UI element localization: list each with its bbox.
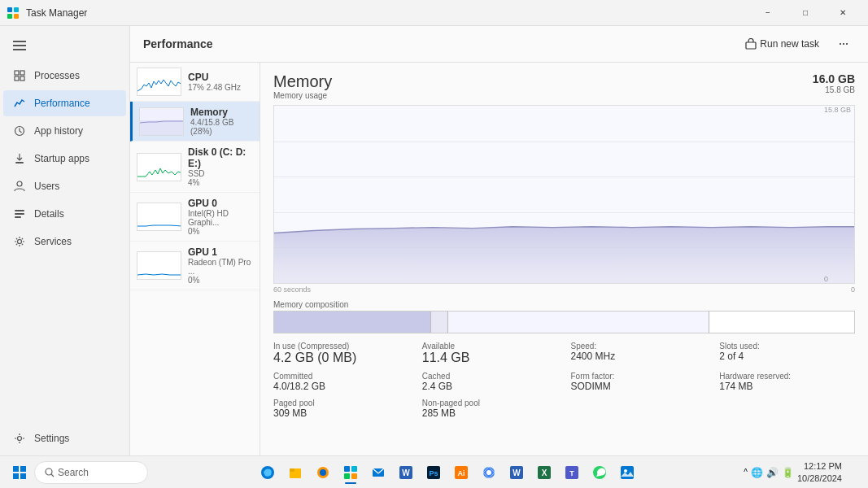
- stats-grid: In use (Compressed) 4.2 GB (0 MB) Availa…: [273, 342, 855, 419]
- search-bar[interactable]: Search: [34, 461, 148, 484]
- svg-rect-0: [7, 7, 12, 12]
- taskbar-app-chrome[interactable]: [476, 460, 502, 486]
- speed-label: Speed:: [571, 342, 707, 351]
- sidebar-item-details[interactable]: Details: [3, 201, 126, 227]
- svg-rect-5: [13, 45, 26, 46]
- detail-title: Memory: [273, 72, 332, 91]
- apphistory-icon: [13, 124, 26, 137]
- close-button[interactable]: ✕: [824, 0, 861, 26]
- taskbar-app-whatsapp[interactable]: [587, 460, 613, 486]
- svg-rect-33: [344, 466, 350, 472]
- gpu0-sub: Intel(R) HD Graphi...: [188, 209, 253, 227]
- sidebar-item-users[interactable]: Users: [3, 173, 126, 199]
- settings-icon: [13, 432, 26, 445]
- services-icon: [13, 235, 26, 248]
- sidebar-item-processes[interactable]: Processes: [3, 63, 126, 89]
- sidebar-item-app-history[interactable]: App history: [3, 118, 126, 144]
- svg-rect-23: [20, 466, 26, 472]
- run-task-label: Run new task: [760, 38, 819, 50]
- svg-rect-20: [140, 120, 184, 136]
- tray-arrow[interactable]: ^: [744, 468, 748, 477]
- perf-list-item-gpu1[interactable]: GPU 1 Radeon (TM) Pro ... 0%: [130, 242, 260, 290]
- svg-rect-34: [351, 466, 357, 472]
- svg-rect-19: [746, 42, 756, 49]
- menu-toggle-button[interactable]: [3, 33, 36, 59]
- disk-sub: SSD: [188, 169, 253, 178]
- volume-icon[interactable]: 🔊: [766, 467, 779, 478]
- sidebar-startup-label: Startup apps: [34, 153, 89, 164]
- svg-rect-6: [13, 49, 26, 50]
- taskbar-app-ps[interactable]: Ps: [421, 460, 447, 486]
- gpu0-thumb: [137, 203, 181, 231]
- svg-text:W: W: [402, 468, 410, 477]
- taskbar-app-word2[interactable]: W: [504, 460, 530, 486]
- detail-size-block: 16.0 GB 15.8 GB: [813, 72, 855, 94]
- header-actions: Run new task ⋯: [739, 33, 855, 55]
- sidebar-item-services[interactable]: Services: [3, 229, 126, 255]
- sidebar-item-startup[interactable]: Startup apps: [3, 146, 126, 172]
- perf-list-item-disk[interactable]: Disk 0 (C: D: E:) SSD 4%: [130, 142, 260, 193]
- perf-list-item-memory[interactable]: Memory 4.4/15.8 GB (28%): [130, 102, 260, 142]
- svg-rect-53: [621, 466, 634, 479]
- perf-list-item-gpu0[interactable]: GPU 0 Intel(R) HD Graphi... 0%: [130, 193, 260, 242]
- taskbar-clock[interactable]: 12:12 PM 10/28/2024: [797, 460, 842, 484]
- taskbar-app-taskmanager[interactable]: [338, 460, 364, 486]
- svg-point-13: [17, 181, 22, 186]
- taskbar-app-ai[interactable]: Ai: [448, 460, 474, 486]
- perf-list-item-cpu[interactable]: CPU 17% 2.48 GHz: [130, 63, 260, 102]
- minimize-button[interactable]: −: [749, 0, 787, 26]
- content-header: Performance Run new task ⋯: [130, 26, 868, 63]
- stat-cached: Cached 2.4 GB: [422, 372, 558, 392]
- comp-inuse: [274, 312, 431, 333]
- sidebar-item-performance[interactable]: Performance: [3, 90, 126, 116]
- memory-chart: 15.8 GB 0: [273, 105, 855, 284]
- sidebar-item-settings[interactable]: Settings: [3, 425, 126, 451]
- svg-text:T: T: [569, 469, 574, 477]
- form-label: Form factor:: [571, 372, 707, 381]
- stat-non-paged: Non-paged pool 285 MB: [422, 399, 558, 419]
- hw-reserved-label: Hardware reserved:: [719, 372, 855, 381]
- cpu-info: CPU 17% 2.48 GHz: [188, 72, 253, 92]
- slots-value: 2 of 4: [719, 351, 855, 362]
- cached-value: 2.4 GB: [422, 381, 558, 392]
- cpu-thumb: [137, 68, 181, 96]
- svg-text:Ps: Ps: [430, 469, 438, 477]
- committed-label: Committed: [273, 372, 409, 381]
- titlebar-left: Task Manager: [7, 7, 87, 20]
- taskbar-right: ^ 🌐 🔊 🔋 12:12 PM 10/28/2024: [744, 460, 861, 484]
- notification-button[interactable]: [845, 464, 861, 481]
- startup-icon: [13, 152, 26, 165]
- taskbar-app-word[interactable]: W: [393, 460, 419, 486]
- taskbar-app-explorer[interactable]: [282, 460, 308, 486]
- in-use-label: 15.8 GB: [813, 85, 855, 94]
- search-placeholder: Search: [58, 467, 89, 478]
- detail-title-block: Memory Memory usage: [273, 72, 332, 102]
- comp-free: [709, 312, 854, 333]
- taskbar-app-edge[interactable]: [255, 460, 281, 486]
- in-use-stat-label: In use (Compressed): [273, 342, 409, 351]
- battery-icon: 🔋: [782, 467, 794, 478]
- gpu1-sub: Radeon (TM) Pro ...: [188, 258, 253, 276]
- svg-point-54: [624, 469, 627, 473]
- gpu1-thumb: [137, 251, 181, 280]
- slots-label: Slots used:: [719, 342, 855, 351]
- more-options-button[interactable]: ⋯: [832, 33, 855, 55]
- run-new-task-button[interactable]: Run new task: [739, 35, 826, 53]
- disk-info: Disk 0 (C: D: E:) SSD 4%: [188, 146, 253, 187]
- svg-rect-12: [15, 162, 24, 163]
- maximize-button[interactable]: □: [787, 0, 824, 26]
- stat-in-use: In use (Compressed) 4.2 GB (0 MB): [273, 342, 409, 365]
- start-button[interactable]: [7, 460, 33, 486]
- taskbar-app-firefox[interactable]: [310, 460, 336, 486]
- usage-label: Memory usage: [273, 91, 332, 100]
- form-value: SODIMM: [571, 381, 707, 392]
- cached-label: Cached: [422, 372, 558, 381]
- titlebar-title: Task Manager: [26, 7, 87, 19]
- taskbar-app-teams[interactable]: T: [559, 460, 585, 486]
- svg-point-18: [18, 437, 22, 441]
- taskbar-app-mail[interactable]: [365, 460, 391, 486]
- taskbar-app-excel[interactable]: X: [531, 460, 557, 486]
- chart-x-labels: 60 seconds 0: [273, 285, 855, 294]
- taskbar-app-photos[interactable]: [614, 460, 640, 486]
- gpu1-name: GPU 1: [188, 246, 253, 258]
